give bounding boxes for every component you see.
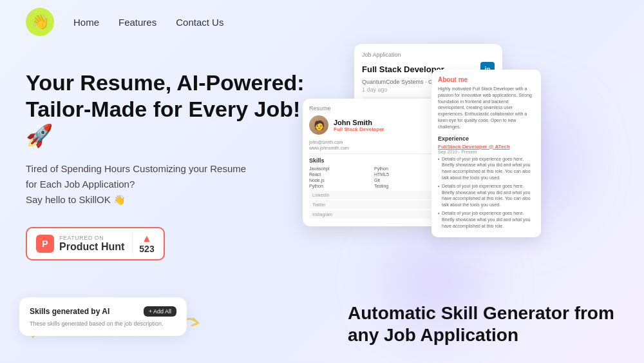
logo[interactable]: 👋: [26, 8, 54, 36]
skills-generated-card: Skills generated by AI + Add All These s…: [19, 297, 187, 336]
skills-grid: Javascript Python React HTML5 Node.js Gi…: [309, 166, 438, 188]
nav-link-home[interactable]: Home: [73, 17, 99, 28]
about-experience-card: About me Highly motivated Full Stack Dev…: [431, 70, 541, 237]
bottom-left: Skills generated by AI + Add All These s…: [0, 286, 322, 363]
avatar: 🧑: [309, 115, 328, 135]
nav-link-features[interactable]: Features: [118, 17, 156, 28]
product-hunt-votes: ▲ 523: [132, 233, 154, 254]
nav-link-contact[interactable]: Contact Us: [176, 17, 223, 28]
add-all-button[interactable]: + Add All: [144, 306, 176, 317]
skills-card-container: Skills generated by AI + Add All These s…: [19, 297, 322, 336]
resume-card: Resume 🧑 John Smith Full Stack Developer…: [303, 99, 444, 226]
hero-title: Your Resume, AI-Powered: Tailor-Made for…: [26, 70, 322, 148]
nav-links: Home Features Contact Us: [73, 17, 223, 28]
product-hunt-text: FEATURED ON Product Hunt: [59, 235, 124, 253]
auto-skill-title: Automatic Skill Generator from any Job A…: [348, 302, 614, 346]
navbar: 👋 Home Features Contact Us: [0, 0, 644, 44]
bottom-strip: Skills generated by AI + Add All These s…: [0, 286, 644, 363]
product-hunt-icon: P: [36, 235, 54, 253]
product-hunt-badge[interactable]: P FEATURED ON Product Hunt ▲ 523: [26, 227, 165, 260]
hero-subtitle: Tired of Spending Hours Customizing your…: [26, 161, 322, 208]
bottom-right: Automatic Skill Generator from any Job A…: [322, 286, 644, 363]
